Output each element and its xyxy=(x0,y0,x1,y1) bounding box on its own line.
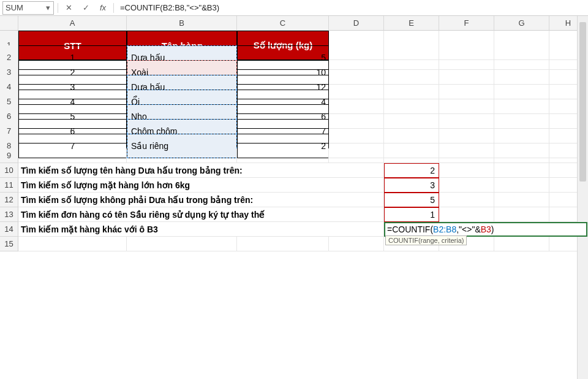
formula-part: =COUNTIF( xyxy=(387,224,433,234)
vertical-scrollbar[interactable] xyxy=(577,16,588,379)
result-cell[interactable]: 1 xyxy=(384,207,439,222)
cancel-icon[interactable]: ✕ xyxy=(62,1,75,15)
row-header-15[interactable]: 15 xyxy=(0,237,18,251)
query-text[interactable]: Tìm kiếm số lượng mặt hàng lớn hơn 6kg xyxy=(18,178,384,193)
row-header-14[interactable]: 14 xyxy=(0,222,18,237)
row-header-11[interactable]: 11 xyxy=(0,178,18,193)
cell[interactable] xyxy=(127,148,237,163)
result-cell[interactable]: 2 xyxy=(384,163,439,178)
cell[interactable] xyxy=(127,237,237,251)
cell[interactable] xyxy=(439,163,494,178)
cell[interactable] xyxy=(494,193,549,207)
cell[interactable] xyxy=(494,163,549,178)
formula-ref: B3 xyxy=(481,224,491,234)
formula-range: B2:B8 xyxy=(433,224,456,234)
col-header-C[interactable]: C xyxy=(237,16,329,31)
row-header-9[interactable]: 9 xyxy=(0,148,18,163)
spreadsheet-grid[interactable]: A B C D E F G H 1 STT Tên hàng Số lượng … xyxy=(0,16,588,251)
result-cell[interactable]: 3 xyxy=(384,178,439,193)
col-header-G[interactable]: G xyxy=(494,16,549,31)
col-header-B[interactable]: B xyxy=(127,16,237,31)
row-header-13[interactable]: 13 xyxy=(0,207,18,222)
result-cell[interactable]: 5 xyxy=(384,193,439,207)
cell[interactable] xyxy=(384,148,439,163)
row-header-10[interactable]: 10 xyxy=(0,163,18,178)
cell[interactable] xyxy=(439,178,494,193)
dropdown-icon[interactable]: ▾ xyxy=(45,5,51,11)
cell[interactable] xyxy=(237,237,329,251)
cell[interactable] xyxy=(18,237,127,251)
select-all-corner[interactable] xyxy=(0,16,18,31)
formula-input[interactable]: =COUNTIF(B2:B8,"<>"&B3) xyxy=(118,1,588,15)
fx-icon[interactable]: fx xyxy=(96,1,110,15)
col-header-E[interactable]: E xyxy=(384,16,439,31)
col-header-F[interactable]: F xyxy=(439,16,494,31)
formula-bar: SUM ▾ ✕ ✓ fx =COUNTIF(B2:B8,"<>"&B3) xyxy=(0,0,588,16)
cell[interactable] xyxy=(494,207,549,222)
cell[interactable] xyxy=(494,237,549,251)
cell[interactable] xyxy=(494,148,549,163)
cell[interactable] xyxy=(439,148,494,163)
formula-part: ) xyxy=(491,224,494,234)
cell[interactable] xyxy=(439,193,494,207)
separator xyxy=(58,3,58,13)
col-header-D[interactable]: D xyxy=(329,16,384,31)
cell[interactable] xyxy=(329,148,384,163)
query-text[interactable]: Tìm kiếm mặt hàng khác với ô B3 xyxy=(18,222,384,237)
cell[interactable] xyxy=(329,237,384,251)
col-header-A[interactable]: A xyxy=(18,16,127,31)
cell[interactable] xyxy=(18,148,127,163)
row-header-12[interactable]: 12 xyxy=(0,193,18,207)
formula-part: ,"<>"& xyxy=(456,224,481,234)
query-text[interactable]: Tìm kiếm đơn hàng có tên Sầu riêng sử dụ… xyxy=(18,207,384,222)
formula-tooltip: COUNTIF(range, criteria) xyxy=(385,235,467,245)
name-box-value: SUM xyxy=(6,3,23,12)
cell[interactable] xyxy=(494,178,549,193)
cell[interactable] xyxy=(439,207,494,222)
enter-icon[interactable]: ✓ xyxy=(79,1,92,15)
name-box[interactable]: SUM ▾ xyxy=(2,1,54,15)
scrollbar-thumb[interactable] xyxy=(579,22,586,182)
query-text[interactable]: Tìm kiếm số lượng không phải Dưa hấu tro… xyxy=(18,193,384,207)
cell[interactable] xyxy=(237,148,329,163)
separator xyxy=(113,3,114,13)
editing-cell[interactable]: =COUNTIF(B2:B8,"<>"&B3) COUNTIF(range, c… xyxy=(384,222,587,237)
query-text[interactable]: Tìm kiếm số lượng tên hàng Dưa hấu trong… xyxy=(18,163,384,178)
